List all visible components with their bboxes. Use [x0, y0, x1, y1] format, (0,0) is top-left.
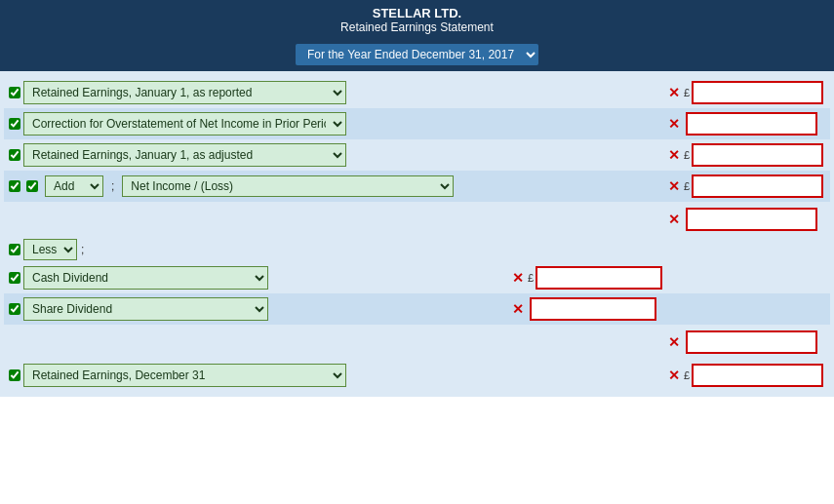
right-amount-cell-1: ✕ £ — [668, 81, 824, 104]
delete-icon-1[interactable]: ✕ — [668, 86, 680, 99]
amount-input-7[interactable] — [536, 266, 662, 290]
row-retained-jan1-adjusted: Retained Earnings, January 1, as adjuste… — [4, 139, 830, 171]
amount-input-4[interactable] — [692, 174, 823, 198]
checkbox-cell-2 — [6, 118, 23, 130]
company-name: STELLAR LTD. — [4, 6, 830, 20]
checkbox-cell-3 — [6, 149, 23, 161]
delete-icon-7[interactable]: ✕ — [512, 271, 524, 285]
select-retained-jan1-reported[interactable]: Retained Earnings, January 1, as reporte… — [23, 81, 346, 104]
add-less-select[interactable]: Add Less — [45, 175, 103, 197]
select-net-income[interactable]: Net Income / (Loss) — [122, 175, 454, 197]
colon-1: ; — [111, 179, 114, 193]
period-select[interactable]: For the Year Ended December 31, 2017 — [296, 44, 538, 65]
header: STELLAR LTD. Retained Earnings Statement… — [0, 0, 834, 71]
dropdown-cell-10: Retained Earnings, December 31 — [23, 364, 346, 387]
amount-input-10[interactable] — [692, 364, 823, 387]
colon-2: ; — [81, 243, 84, 256]
row-less-label: Less Add ; — [4, 237, 830, 262]
select-retained-jan1-adjusted[interactable]: Retained Earnings, January 1, as adjuste… — [23, 143, 346, 167]
right-amount-cell-4: ✕ £ — [668, 174, 824, 198]
row-retained-jan1-reported: Retained Earnings, January 1, as reporte… — [4, 77, 830, 108]
delete-icon-10[interactable]: ✕ — [668, 368, 680, 382]
checkbox-cell-10 — [6, 369, 23, 381]
amount-input-3[interactable] — [692, 143, 823, 167]
amount-input-1[interactable] — [692, 81, 823, 104]
amount-input-2[interactable] — [686, 112, 817, 136]
dropdown-cell-1: Retained Earnings, January 1, as reporte… — [23, 81, 346, 104]
delete-icon-3[interactable]: ✕ — [668, 148, 680, 162]
select-less[interactable]: Less Add — [23, 239, 77, 260]
dropdown-cell-8: Share Dividend — [23, 297, 268, 321]
amount-input-8[interactable] — [530, 297, 656, 321]
row-share-dividend: Share Dividend ✕ — [4, 293, 830, 325]
dropdown-cell-3: Retained Earnings, January 1, as adjuste… — [23, 143, 346, 167]
delete-icon-8[interactable]: ✕ — [512, 302, 524, 316]
amount-cell-7: ✕ £ — [512, 266, 658, 290]
select-share-dividend[interactable]: Share Dividend — [23, 297, 268, 321]
delete-icon-4[interactable]: ✕ — [668, 179, 680, 193]
form-body: Retained Earnings, January 1, as reporte… — [0, 71, 834, 397]
currency-7: £ — [528, 272, 534, 284]
period-selector-row: For the Year Ended December 31, 2017 — [0, 40, 834, 71]
right-amount-cell-9: ✕ — [668, 330, 824, 354]
checkbox-cell-7 — [6, 272, 23, 284]
right-amount-cell-2: ✕ — [668, 112, 824, 136]
amount-input-5[interactable] — [686, 208, 817, 231]
checkbox-cell-4b — [23, 180, 41, 192]
row-cash-dividend: Cash Dividend ✕ £ — [4, 262, 830, 293]
row-retained-dec31: Retained Earnings, December 31 ✕ £ — [4, 360, 830, 391]
row-correction: Correction for Overstatement of Net Inco… — [4, 108, 830, 139]
select-correction[interactable]: Correction for Overstatement of Net Inco… — [23, 112, 346, 136]
row-empty-2: ✕ — [4, 325, 830, 360]
checkbox-6[interactable] — [9, 244, 20, 255]
row-empty-1: ✕ — [4, 202, 830, 237]
right-amount-cell-5: ✕ — [668, 208, 824, 231]
currency-10: £ — [684, 369, 690, 381]
select-retained-dec31[interactable]: Retained Earnings, December 31 — [23, 364, 346, 387]
currency-3: £ — [684, 149, 690, 161]
currency-1: £ — [684, 87, 690, 98]
checkbox-cell-6 — [6, 244, 23, 255]
checkbox-4a[interactable] — [9, 180, 20, 192]
checkbox-cell-4a — [6, 180, 23, 192]
row-add-net-income: Add Less ; Net Income / (Loss) ✕ £ — [4, 171, 830, 202]
checkbox-cell-8 — [6, 303, 23, 315]
amount-cell-8: ✕ — [512, 297, 658, 321]
right-amount-cell-10: ✕ £ — [668, 364, 824, 387]
checkbox-8[interactable] — [9, 303, 20, 315]
delete-icon-2[interactable]: ✕ — [668, 117, 680, 131]
dropdown-cell-2: Correction for Overstatement of Net Inco… — [23, 112, 346, 136]
checkbox-3[interactable] — [9, 149, 20, 161]
checkbox-10[interactable] — [9, 369, 20, 381]
right-amount-cell-3: ✕ £ — [668, 143, 824, 167]
delete-icon-9[interactable]: ✕ — [668, 335, 680, 349]
checkbox-7[interactable] — [9, 272, 20, 284]
checkbox-2[interactable] — [9, 118, 20, 130]
statement-title: Retained Earnings Statement — [4, 20, 830, 34]
select-cash-dividend[interactable]: Cash Dividend — [23, 266, 268, 290]
currency-4: £ — [684, 180, 690, 192]
dropdown-cell-7: Cash Dividend — [23, 266, 268, 290]
amount-input-9[interactable] — [686, 330, 817, 354]
checkbox-4b[interactable] — [26, 180, 38, 192]
delete-icon-5[interactable]: ✕ — [668, 213, 680, 226]
checkbox-1[interactable] — [9, 87, 20, 98]
checkbox-cell-1 — [6, 87, 23, 98]
